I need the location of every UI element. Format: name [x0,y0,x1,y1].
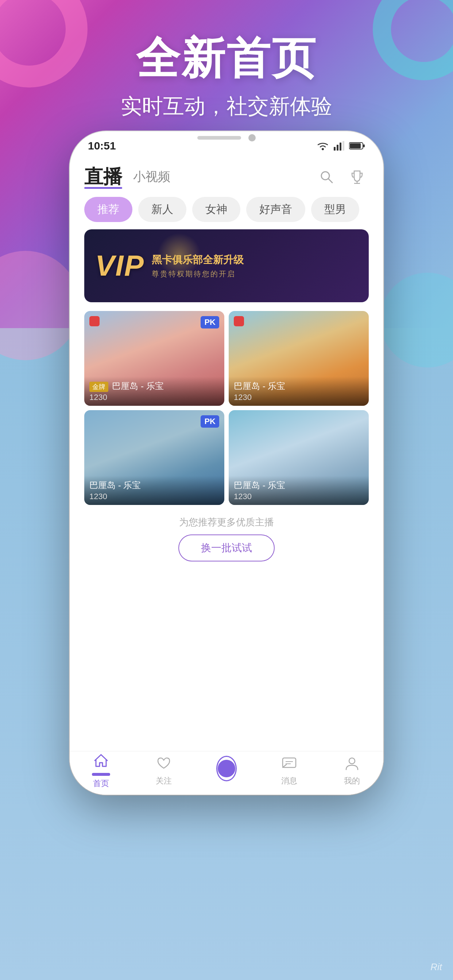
cat-tab-goddess[interactable]: 女神 [192,197,240,222]
stream-name-row-2: 巴厘岛 - 乐宝 [234,380,364,392]
recommend-text: 为您推荐更多优质主播 [70,516,383,529]
hero-section: 全新首页 实时互动，社交新体验 [0,29,453,121]
nav-item-camera[interactable] [195,758,258,781]
phone-notch [175,131,278,145]
app-content: 直播 小视频 [70,157,383,795]
nav-item-message[interactable]: 消息 [258,753,321,786]
watermark-text: Rit [431,961,442,972]
stream-card-3[interactable]: PK 巴厘岛 - 乐宝 1230 [84,410,224,505]
bottom-nav: 首页 关注 [70,751,383,795]
svg-rect-1 [334,147,335,151]
pk-badge-3: PK [201,415,219,428]
svg-line-9 [328,179,332,183]
banner-vip-text: VIP [95,249,144,283]
stream-count-2: 1230 [234,393,364,402]
svg-rect-3 [340,143,341,151]
notch-dot [248,134,256,142]
camera-icon [216,758,237,779]
header-tab[interactable]: 小视频 [133,169,170,185]
trophy-button[interactable] [345,165,369,188]
live-badge-1 [89,316,100,326]
svg-point-0 [322,148,324,150]
header-title: 直播 [84,164,122,189]
cat-tab-voice[interactable]: 好声音 [246,197,305,222]
nav-label-message: 消息 [281,775,297,786]
category-tabs: 推荐 新人 女神 好声音 型男 [70,197,383,229]
svg-rect-4 [343,141,344,151]
stream-name-row-4: 巴厘岛 - 乐宝 [234,479,364,491]
stream-info-2: 巴厘岛 - 乐宝 1230 [229,377,369,406]
home-active-bar [92,773,110,776]
app-header: 直播 小视频 [70,157,383,197]
stream-card-1[interactable]: PK 金牌 巴厘岛 - 乐宝 1230 [84,311,224,406]
hero-subtitle: 实时互动，社交新体验 [0,92,453,121]
home-icon [91,750,111,771]
status-time: 10:51 [88,140,116,152]
person-icon [342,753,362,773]
search-button[interactable] [315,165,338,188]
phone-mockup: 10:51 [70,131,383,795]
stream-count-1: 1230 [89,393,219,402]
nav-label-profile: 我的 [344,775,360,786]
live-badge-2 [234,316,244,326]
stream-card-2[interactable]: 巴厘岛 - 乐宝 1230 [229,311,369,406]
hero-title: 全新首页 [0,29,453,89]
stream-info-1: 金牌 巴厘岛 - 乐宝 1230 [84,377,224,406]
stream-count-3: 1230 [89,492,219,501]
message-icon [279,753,300,773]
stream-name-4: 巴厘岛 - 乐宝 [234,480,285,490]
stream-info-4: 巴厘岛 - 乐宝 1230 [229,476,369,505]
status-icons [316,141,365,151]
vip-banner[interactable]: VIP 黑卡俱乐部全新升级 尊贵特权期待您的开启 [84,229,369,302]
cat-tab-recommend[interactable]: 推荐 [84,197,132,222]
svg-rect-6 [350,143,361,148]
nav-item-follow[interactable]: 关注 [132,753,195,786]
heart-icon [153,753,174,773]
stream-name-row-1: 金牌 巴厘岛 - 乐宝 [89,380,219,392]
recommend-section: 为您推荐更多优质主播 换一批试试 [70,516,383,562]
stream-count-4: 1230 [234,492,364,501]
stream-grid: PK 金牌 巴厘岛 - 乐宝 1230 巴厘岛 - 乐宝 [84,311,369,505]
camera-center-btn [216,756,237,781]
stream-name-3: 巴厘岛 - 乐宝 [89,480,141,490]
refresh-button[interactable]: 换一批试试 [179,535,274,562]
cat-tab-new[interactable]: 新人 [138,197,187,222]
nav-item-home[interactable]: 首页 [70,750,132,789]
phone-screen: 10:51 [70,131,383,795]
svg-rect-7 [363,145,365,147]
gold-badge-1: 金牌 [89,382,108,392]
nav-label-follow: 关注 [156,775,172,786]
nav-item-profile[interactable]: 我的 [321,753,383,786]
camera-center-inner [218,760,235,777]
stream-name-2: 巴厘岛 - 乐宝 [234,381,285,391]
stream-name-row-3: 巴厘岛 - 乐宝 [89,479,219,491]
stream-card-4[interactable]: 巴厘岛 - 乐宝 1230 [229,410,369,505]
battery-icon [349,142,365,150]
cat-tab-man[interactable]: 型男 [311,197,359,222]
stream-info-3: 巴厘岛 - 乐宝 1230 [84,476,224,505]
signal-icon [334,141,345,151]
nav-label-home: 首页 [93,778,109,789]
svg-rect-2 [337,145,338,151]
stream-name-1: 巴厘岛 - 乐宝 [112,381,163,391]
wifi-icon [316,141,329,151]
watermark: Rit [431,961,442,973]
svg-point-15 [349,758,355,764]
banner-glow [157,233,201,277]
notch-bar [197,136,241,140]
pk-badge-1: PK [201,316,219,328]
